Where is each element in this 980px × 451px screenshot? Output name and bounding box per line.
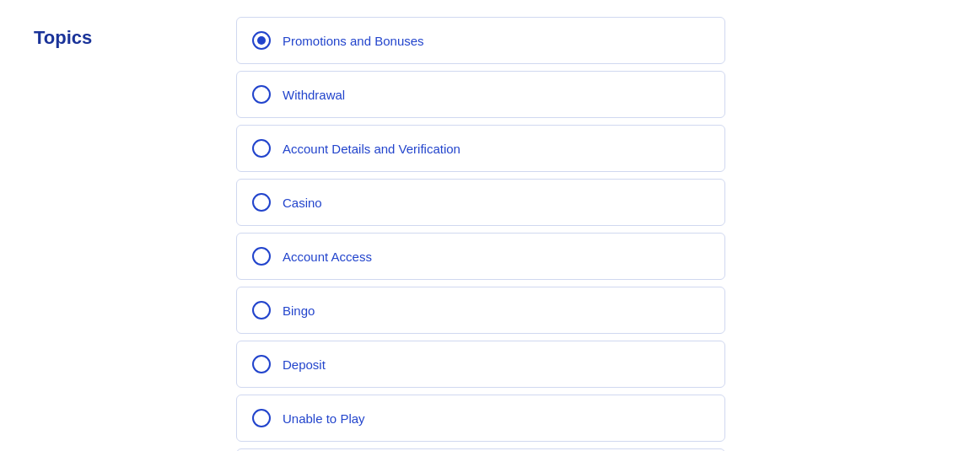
topic-label-bingo: Bingo bbox=[283, 303, 315, 318]
page-container: Topics Promotions and BonusesWithdrawalA… bbox=[0, 17, 980, 451]
sidebar: Topics bbox=[34, 17, 202, 451]
radio-account-access bbox=[252, 247, 271, 266]
topic-label-withdrawal: Withdrawal bbox=[283, 88, 345, 102]
topic-item-casino[interactable]: Casino bbox=[236, 179, 725, 226]
topic-label-unable-to-play: Unable to Play bbox=[283, 411, 365, 426]
topic-item-deposit[interactable]: Deposit bbox=[236, 341, 725, 388]
topic-label-casino: Casino bbox=[283, 196, 322, 210]
radio-account-details-and-verification bbox=[252, 139, 271, 158]
radio-unable-to-play bbox=[252, 409, 271, 427]
topic-item-withdrawal[interactable]: Withdrawal bbox=[236, 71, 725, 118]
radio-withdrawal bbox=[252, 85, 271, 104]
topic-item-bingo[interactable]: Bingo bbox=[236, 287, 725, 334]
radio-deposit bbox=[252, 355, 271, 373]
radio-casino bbox=[252, 193, 271, 212]
topic-label-account-access: Account Access bbox=[283, 250, 372, 264]
topic-item-account-access[interactable]: Account Access bbox=[236, 233, 725, 280]
radio-inner-promotions-and-bonuses bbox=[257, 36, 266, 45]
topic-label-promotions-and-bonuses: Promotions and Bonuses bbox=[283, 34, 424, 48]
radio-promotions-and-bonuses bbox=[252, 31, 271, 50]
sidebar-title: Topics bbox=[34, 27, 92, 48]
topics-list: Promotions and BonusesWithdrawalAccount … bbox=[236, 17, 725, 451]
topic-item-account-details-and-verification[interactable]: Account Details and Verification bbox=[236, 125, 725, 172]
topic-label-account-details-and-verification: Account Details and Verification bbox=[283, 142, 460, 156]
radio-bingo bbox=[252, 301, 271, 319]
topic-item-unable-to-play[interactable]: Unable to Play bbox=[236, 395, 725, 442]
topic-item-promotions-and-bonuses[interactable]: Promotions and Bonuses bbox=[236, 17, 725, 64]
topic-label-deposit: Deposit bbox=[283, 357, 326, 372]
